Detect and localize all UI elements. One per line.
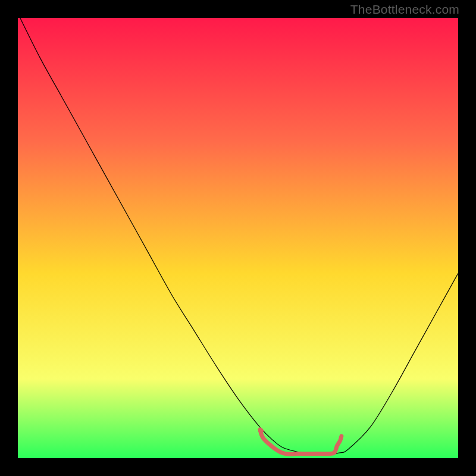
chart-svg bbox=[18, 18, 458, 458]
chart-container: TheBottleneck.com bbox=[0, 0, 476, 476]
watermark-text: TheBottleneck.com bbox=[350, 2, 459, 17]
highlight-dot bbox=[258, 428, 264, 434]
plot-area bbox=[18, 18, 458, 458]
